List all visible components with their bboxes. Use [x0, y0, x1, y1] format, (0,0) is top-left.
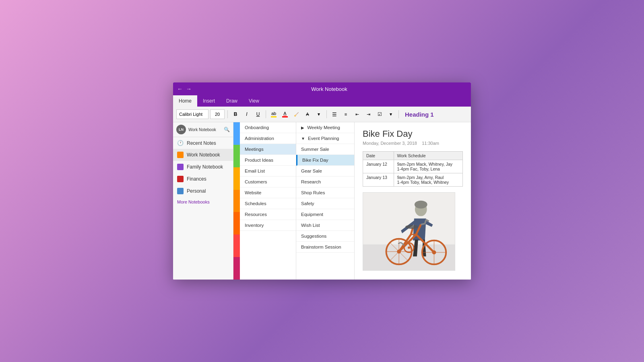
page-inventory[interactable]: Inventory [240, 220, 296, 231]
sidebar-label-work-notebook: Work Notebook [187, 152, 220, 158]
finances-icon [177, 176, 184, 182]
page-administration[interactable]: Administration [240, 133, 296, 144]
task-dropdown[interactable]: ▾ [386, 109, 396, 119]
sidebar-item-family-notebook[interactable]: Family Notebook [173, 161, 233, 173]
table-cell-date-2: January 13 [363, 173, 394, 187]
separator-4 [398, 110, 399, 118]
search-icon[interactable]: 🔍 [224, 127, 230, 132]
eraser-button[interactable]: 🧹 [291, 109, 301, 119]
subpages-panel: ▶ Weekly Meeting ▼ Event Planning Summer… [296, 122, 355, 280]
indent-increase-button[interactable]: ⇥ [363, 109, 373, 119]
checkbox-button[interactable]: ☑ [375, 109, 384, 119]
back-button[interactable]: ← [177, 86, 183, 92]
separator-1 [227, 110, 228, 118]
tab-draw[interactable]: Draw [221, 95, 243, 107]
sidebar-item-recent-notes[interactable]: 🕐 Recent Notes [173, 137, 233, 149]
table-row: January 12 9am-2pm Mack, Whitney, Jay1-4… [363, 160, 463, 173]
subpage-bike-fix-day[interactable]: Bike Fix Day [296, 155, 354, 166]
italic-button[interactable]: I [242, 109, 252, 119]
subpage-wish-list[interactable]: Wish List [296, 220, 354, 231]
table-cell-date-1: January 12 [363, 160, 394, 173]
separator-3 [326, 110, 327, 118]
ribbon: Home Insert Draw View B I U ab A 🧹 [173, 95, 471, 122]
subpage-safety[interactable]: Safety [296, 198, 354, 209]
font-color-bar [282, 116, 288, 117]
collapse-arrow-event: ▼ [301, 136, 305, 141]
page-resources[interactable]: Resources [240, 209, 296, 220]
schedule-table: Date Work Schedule January 12 9am-2pm Ma… [363, 151, 463, 187]
note-time: 11:30am [422, 141, 439, 146]
page-customers[interactable]: Customers [240, 177, 296, 187]
font-color-icon: A [283, 111, 286, 116]
svg-point-4 [415, 201, 427, 209]
title-bar-nav: ← → [177, 86, 192, 92]
note-meta: Monday, December 3, 2018 11:30am [363, 141, 463, 146]
page-website[interactable]: Website [240, 187, 296, 198]
numbered-list-button[interactable]: ≡ [341, 109, 351, 119]
highlight-button[interactable]: ab [269, 109, 279, 119]
subpage-summer-sale[interactable]: Summer Sale [296, 144, 354, 155]
section-tab-6[interactable] [233, 257, 240, 280]
main-area: LN Work Notebook 🔍 🕐 Recent Notes Work N… [173, 122, 471, 280]
sidebar-label-personal: Personal [187, 188, 206, 194]
page-product-ideas[interactable]: Product Ideas [240, 155, 296, 166]
page-onboarding[interactable]: Onboarding [240, 122, 296, 133]
sidebar: LN Work Notebook 🔍 🕐 Recent Notes Work N… [173, 122, 233, 280]
section-tab-0[interactable] [233, 122, 240, 145]
more-notebooks-link[interactable]: More Notebooks [173, 197, 233, 207]
section-tab-1[interactable] [233, 145, 240, 167]
heading-style-label[interactable]: Heading 1 [405, 111, 434, 118]
subpage-suggestions[interactable]: Suggestions [296, 231, 354, 242]
recent-notes-icon: 🕐 [177, 140, 184, 146]
subpage-weekly-meeting[interactable]: ▶ Weekly Meeting [296, 122, 354, 133]
page-meetings[interactable]: Meetings [240, 144, 296, 155]
font-family-input[interactable] [176, 109, 208, 119]
bold-button[interactable]: B [231, 109, 240, 119]
sidebar-item-finances[interactable]: Finances [173, 173, 233, 185]
sidebar-notebook-label: Work Notebook [188, 128, 221, 132]
ribbon-toolbar: B I U ab A 🧹 A ▾ ☰ ≡ ⇤ ⇥ [173, 107, 471, 122]
indent-decrease-button[interactable]: ⇤ [352, 109, 362, 119]
page-schedules[interactable]: Schedules [240, 198, 296, 209]
family-notebook-icon [177, 164, 184, 170]
text-format-dropdown[interactable]: ▾ [314, 109, 324, 119]
subpage-equipment[interactable]: Equipment [296, 209, 354, 220]
sidebar-header: LN Work Notebook 🔍 [173, 122, 233, 137]
subpage-gear-sale[interactable]: Gear Sale [296, 166, 354, 177]
page-email-list[interactable]: Email List [240, 166, 296, 177]
sidebar-label-recent-notes: Recent Notes [187, 140, 216, 146]
highlight-color-bar [271, 116, 277, 117]
section-tab-2[interactable] [233, 167, 240, 190]
note-content-area[interactable]: Bike Fix Day Monday, December 3, 2018 11… [355, 122, 471, 280]
svg-point-21 [405, 225, 418, 229]
sidebar-item-work-notebook[interactable]: Work Notebook [173, 149, 233, 161]
section-tab-3[interactable] [233, 190, 240, 212]
subpage-research[interactable]: Research [296, 177, 354, 187]
table-cell-schedule-1: 9am-2pm Mack, Whitney, Jay1-4pm Fac, Tob… [394, 160, 462, 173]
note-date: Monday, December 3, 2018 [363, 141, 417, 146]
separator-2 [266, 110, 266, 118]
bullet-list-button[interactable]: ☰ [330, 109, 339, 119]
subpage-brainstorm-session[interactable]: Brainstorm Session [296, 242, 354, 253]
section-tabs [233, 122, 240, 280]
section-tab-4[interactable] [233, 212, 240, 234]
forward-button[interactable]: → [186, 86, 192, 92]
work-notebook-icon [177, 152, 184, 158]
window-title: Work Notebook [192, 86, 467, 92]
avatar: LN [176, 125, 186, 134]
strikethrough-button[interactable]: A [303, 109, 312, 119]
sidebar-item-personal[interactable]: Personal [173, 185, 233, 197]
font-size-input[interactable] [210, 109, 225, 119]
app-window: ← → Work Notebook Home Insert Draw View … [173, 82, 471, 280]
tab-insert[interactable]: Insert [197, 95, 221, 107]
section-tab-5[interactable] [233, 234, 240, 257]
svg-point-26 [408, 247, 410, 249]
font-color-button[interactable]: A [280, 109, 290, 119]
underline-button[interactable]: U [253, 109, 263, 119]
tab-view[interactable]: View [243, 95, 265, 107]
tab-home[interactable]: Home [173, 95, 197, 107]
sidebar-label-finances: Finances [187, 176, 206, 182]
table-header-date: Date [363, 152, 394, 160]
subpage-shop-rules[interactable]: Shop Rules [296, 187, 354, 198]
subpage-event-planning[interactable]: ▼ Event Planning [296, 133, 354, 144]
